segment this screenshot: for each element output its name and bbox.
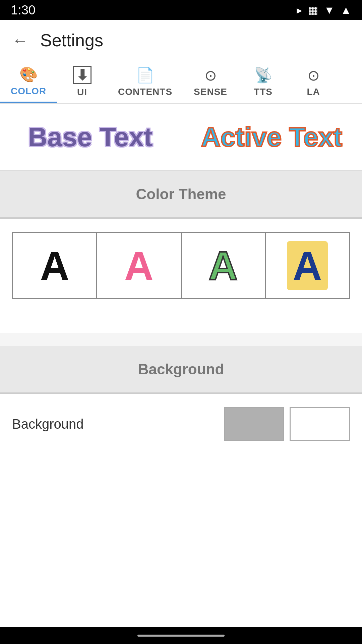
theme-navy-gold-letter: A [287, 241, 328, 290]
contents-icon: 📄 [136, 66, 155, 84]
tab-bar: 🎨 COLOR ⬇ UI 📄 CONTENTS ⊙ SENSE 📡 TTS ⊙ … [0, 60, 362, 104]
palette-icon: 🎨 [19, 66, 38, 83]
active-text-preview: Active Text [201, 122, 342, 153]
tab-ui[interactable]: ⬇ UI [57, 60, 107, 103]
theme-option-black[interactable]: A [12, 232, 96, 299]
status-time: 1:30 [11, 3, 36, 17]
tab-tts-label: TTS [254, 87, 273, 97]
color-theme-title: Color Theme [136, 186, 226, 203]
status-icons: ▸ ▦ ▼ ▲ [297, 4, 351, 16]
page-title: Settings [40, 30, 103, 50]
background-row-label: Background [12, 417, 83, 432]
nav-indicator [137, 635, 225, 637]
back-button[interactable]: ← [12, 31, 28, 50]
tab-contents-label: CONTENTS [118, 87, 172, 97]
bottom-nav-bar [0, 627, 362, 644]
preview-base[interactable]: Base Text [0, 104, 181, 170]
preview-row: Base Text Active Text [0, 104, 362, 171]
theme-pink-letter: A [124, 243, 154, 289]
color-theme-grid: A A A A [0, 219, 362, 313]
sim-icon: ▦ [308, 4, 318, 16]
sense-icon: ⊙ [204, 67, 217, 84]
theme-option-pink[interactable]: A [96, 232, 180, 299]
theme-option-navy-gold[interactable]: A [265, 232, 350, 299]
tab-color-label: COLOR [11, 86, 46, 97]
tab-tts[interactable]: 📡 TTS [238, 60, 288, 103]
theme-black-letter: A [40, 243, 69, 289]
tts-icon: 📡 [254, 66, 273, 84]
base-text-preview: Base Text [28, 122, 153, 153]
theme-option-green[interactable]: A [181, 232, 265, 299]
tab-la[interactable]: ⊙ LA [288, 60, 339, 103]
spacer [0, 313, 362, 333]
background-swatches [224, 407, 350, 441]
tab-contents[interactable]: 📄 CONTENTS [107, 60, 183, 103]
wifi-icon: ▼ [324, 4, 335, 16]
background-swatch-white[interactable] [290, 407, 350, 441]
ui-icon: ⬇ [73, 66, 92, 84]
background-section-header: Background [0, 333, 362, 393]
background-swatch-gray[interactable] [224, 407, 284, 441]
theme-green-letter: A [208, 243, 238, 289]
signal-icon: ▲ [341, 4, 351, 16]
preview-active[interactable]: Active Text [181, 104, 362, 170]
background-row: Background [0, 394, 362, 454]
app-bar: ← Settings [0, 20, 362, 60]
color-theme-section-header: Color Theme [0, 171, 362, 218]
tab-color[interactable]: 🎨 COLOR [0, 60, 57, 103]
tab-la-label: LA [307, 87, 320, 97]
background-section-title: Background [138, 361, 224, 378]
shield-icon: ▸ [297, 4, 302, 16]
la-icon: ⊙ [307, 67, 320, 84]
tab-sense-label: SENSE [194, 87, 227, 97]
tab-sense[interactable]: ⊙ SENSE [183, 60, 238, 103]
tab-ui-label: UI [77, 87, 87, 98]
status-bar: 1:30 ▸ ▦ ▼ ▲ [0, 0, 362, 20]
